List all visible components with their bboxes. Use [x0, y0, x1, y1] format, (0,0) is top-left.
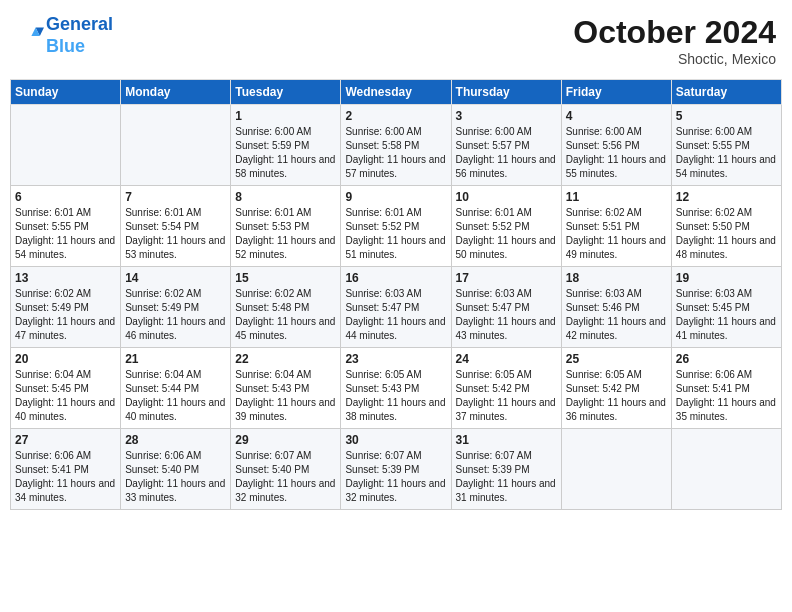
calendar-cell — [121, 105, 231, 186]
location: Shoctic, Mexico — [573, 51, 776, 67]
calendar-cell: 3Sunrise: 6:00 AM Sunset: 5:57 PM Daylig… — [451, 105, 561, 186]
day-info: Sunrise: 6:03 AM Sunset: 5:47 PM Dayligh… — [456, 287, 557, 343]
day-number: 21 — [125, 352, 226, 366]
calendar-cell: 2Sunrise: 6:00 AM Sunset: 5:58 PM Daylig… — [341, 105, 451, 186]
day-info: Sunrise: 6:03 AM Sunset: 5:46 PM Dayligh… — [566, 287, 667, 343]
calendar-cell: 8Sunrise: 6:01 AM Sunset: 5:53 PM Daylig… — [231, 186, 341, 267]
day-info: Sunrise: 6:01 AM Sunset: 5:52 PM Dayligh… — [456, 206, 557, 262]
calendar-cell: 20Sunrise: 6:04 AM Sunset: 5:45 PM Dayli… — [11, 348, 121, 429]
day-info: Sunrise: 6:00 AM Sunset: 5:59 PM Dayligh… — [235, 125, 336, 181]
day-number: 28 — [125, 433, 226, 447]
header-cell-friday: Friday — [561, 80, 671, 105]
header-cell-monday: Monday — [121, 80, 231, 105]
calendar-cell: 16Sunrise: 6:03 AM Sunset: 5:47 PM Dayli… — [341, 267, 451, 348]
day-number: 13 — [15, 271, 116, 285]
day-info: Sunrise: 6:02 AM Sunset: 5:49 PM Dayligh… — [15, 287, 116, 343]
day-info: Sunrise: 6:00 AM Sunset: 5:56 PM Dayligh… — [566, 125, 667, 181]
calendar-cell: 27Sunrise: 6:06 AM Sunset: 5:41 PM Dayli… — [11, 429, 121, 510]
day-info: Sunrise: 6:00 AM Sunset: 5:55 PM Dayligh… — [676, 125, 777, 181]
day-number: 27 — [15, 433, 116, 447]
calendar-cell: 5Sunrise: 6:00 AM Sunset: 5:55 PM Daylig… — [671, 105, 781, 186]
day-info: Sunrise: 6:01 AM Sunset: 5:55 PM Dayligh… — [15, 206, 116, 262]
calendar-cell: 19Sunrise: 6:03 AM Sunset: 5:45 PM Dayli… — [671, 267, 781, 348]
day-number: 18 — [566, 271, 667, 285]
header-cell-thursday: Thursday — [451, 80, 561, 105]
calendar-table: SundayMondayTuesdayWednesdayThursdayFrid… — [10, 79, 782, 510]
day-number: 23 — [345, 352, 446, 366]
logo-icon — [16, 22, 44, 50]
day-number: 2 — [345, 109, 446, 123]
day-number: 31 — [456, 433, 557, 447]
page-header: General Blue October 2024 Shoctic, Mexic… — [10, 10, 782, 71]
day-info: Sunrise: 6:00 AM Sunset: 5:58 PM Dayligh… — [345, 125, 446, 181]
calendar-cell: 12Sunrise: 6:02 AM Sunset: 5:50 PM Dayli… — [671, 186, 781, 267]
day-number: 14 — [125, 271, 226, 285]
day-number: 6 — [15, 190, 116, 204]
header-cell-wednesday: Wednesday — [341, 80, 451, 105]
day-info: Sunrise: 6:07 AM Sunset: 5:40 PM Dayligh… — [235, 449, 336, 505]
calendar-cell — [11, 105, 121, 186]
day-info: Sunrise: 6:05 AM Sunset: 5:42 PM Dayligh… — [456, 368, 557, 424]
day-number: 30 — [345, 433, 446, 447]
calendar-cell: 4Sunrise: 6:00 AM Sunset: 5:56 PM Daylig… — [561, 105, 671, 186]
month-title: October 2024 — [573, 14, 776, 51]
day-number: 19 — [676, 271, 777, 285]
calendar-week-row: 27Sunrise: 6:06 AM Sunset: 5:41 PM Dayli… — [11, 429, 782, 510]
day-info: Sunrise: 6:07 AM Sunset: 5:39 PM Dayligh… — [456, 449, 557, 505]
calendar-week-row: 13Sunrise: 6:02 AM Sunset: 5:49 PM Dayli… — [11, 267, 782, 348]
calendar-cell: 25Sunrise: 6:05 AM Sunset: 5:42 PM Dayli… — [561, 348, 671, 429]
day-info: Sunrise: 6:04 AM Sunset: 5:45 PM Dayligh… — [15, 368, 116, 424]
day-info: Sunrise: 6:06 AM Sunset: 5:41 PM Dayligh… — [676, 368, 777, 424]
calendar-header-row: SundayMondayTuesdayWednesdayThursdayFrid… — [11, 80, 782, 105]
day-info: Sunrise: 6:00 AM Sunset: 5:57 PM Dayligh… — [456, 125, 557, 181]
day-info: Sunrise: 6:02 AM Sunset: 5:50 PM Dayligh… — [676, 206, 777, 262]
logo-text: General Blue — [46, 14, 113, 57]
day-number: 24 — [456, 352, 557, 366]
day-info: Sunrise: 6:02 AM Sunset: 5:48 PM Dayligh… — [235, 287, 336, 343]
day-number: 17 — [456, 271, 557, 285]
calendar-cell: 31Sunrise: 6:07 AM Sunset: 5:39 PM Dayli… — [451, 429, 561, 510]
day-number: 1 — [235, 109, 336, 123]
day-number: 15 — [235, 271, 336, 285]
calendar-cell: 14Sunrise: 6:02 AM Sunset: 5:49 PM Dayli… — [121, 267, 231, 348]
day-info: Sunrise: 6:02 AM Sunset: 5:49 PM Dayligh… — [125, 287, 226, 343]
calendar-cell: 21Sunrise: 6:04 AM Sunset: 5:44 PM Dayli… — [121, 348, 231, 429]
day-number: 22 — [235, 352, 336, 366]
day-number: 7 — [125, 190, 226, 204]
calendar-cell: 6Sunrise: 6:01 AM Sunset: 5:55 PM Daylig… — [11, 186, 121, 267]
day-number: 5 — [676, 109, 777, 123]
title-block: October 2024 Shoctic, Mexico — [573, 14, 776, 67]
day-info: Sunrise: 6:06 AM Sunset: 5:41 PM Dayligh… — [15, 449, 116, 505]
calendar-cell: 29Sunrise: 6:07 AM Sunset: 5:40 PM Dayli… — [231, 429, 341, 510]
calendar-cell: 17Sunrise: 6:03 AM Sunset: 5:47 PM Dayli… — [451, 267, 561, 348]
day-number: 10 — [456, 190, 557, 204]
day-info: Sunrise: 6:07 AM Sunset: 5:39 PM Dayligh… — [345, 449, 446, 505]
calendar-cell: 1Sunrise: 6:00 AM Sunset: 5:59 PM Daylig… — [231, 105, 341, 186]
day-info: Sunrise: 6:01 AM Sunset: 5:54 PM Dayligh… — [125, 206, 226, 262]
day-info: Sunrise: 6:01 AM Sunset: 5:53 PM Dayligh… — [235, 206, 336, 262]
day-info: Sunrise: 6:01 AM Sunset: 5:52 PM Dayligh… — [345, 206, 446, 262]
calendar-cell — [561, 429, 671, 510]
day-number: 16 — [345, 271, 446, 285]
calendar-week-row: 20Sunrise: 6:04 AM Sunset: 5:45 PM Dayli… — [11, 348, 782, 429]
calendar-cell: 13Sunrise: 6:02 AM Sunset: 5:49 PM Dayli… — [11, 267, 121, 348]
day-number: 9 — [345, 190, 446, 204]
logo: General Blue — [16, 14, 113, 57]
day-info: Sunrise: 6:02 AM Sunset: 5:51 PM Dayligh… — [566, 206, 667, 262]
header-cell-tuesday: Tuesday — [231, 80, 341, 105]
calendar-cell: 28Sunrise: 6:06 AM Sunset: 5:40 PM Dayli… — [121, 429, 231, 510]
calendar-cell: 22Sunrise: 6:04 AM Sunset: 5:43 PM Dayli… — [231, 348, 341, 429]
calendar-cell: 30Sunrise: 6:07 AM Sunset: 5:39 PM Dayli… — [341, 429, 451, 510]
calendar-cell: 15Sunrise: 6:02 AM Sunset: 5:48 PM Dayli… — [231, 267, 341, 348]
calendar-cell: 24Sunrise: 6:05 AM Sunset: 5:42 PM Dayli… — [451, 348, 561, 429]
header-cell-saturday: Saturday — [671, 80, 781, 105]
calendar-cell — [671, 429, 781, 510]
day-number: 29 — [235, 433, 336, 447]
calendar-cell: 11Sunrise: 6:02 AM Sunset: 5:51 PM Dayli… — [561, 186, 671, 267]
calendar-body: 1Sunrise: 6:00 AM Sunset: 5:59 PM Daylig… — [11, 105, 782, 510]
day-info: Sunrise: 6:05 AM Sunset: 5:43 PM Dayligh… — [345, 368, 446, 424]
day-info: Sunrise: 6:04 AM Sunset: 5:43 PM Dayligh… — [235, 368, 336, 424]
day-number: 4 — [566, 109, 667, 123]
day-number: 12 — [676, 190, 777, 204]
calendar-week-row: 1Sunrise: 6:00 AM Sunset: 5:59 PM Daylig… — [11, 105, 782, 186]
